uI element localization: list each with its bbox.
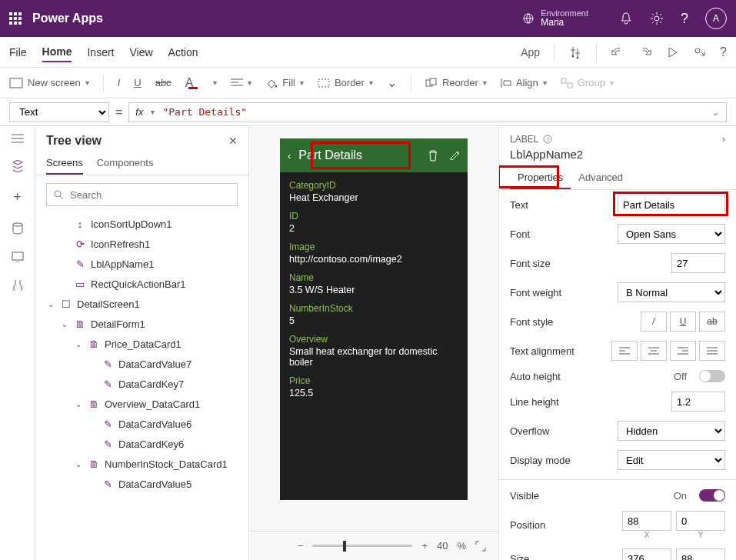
tree-node[interactable]: ✎DataCardKey7 xyxy=(40,374,244,394)
tree-node[interactable]: ⌄☐DetailScreen1 xyxy=(40,294,244,314)
formula-input[interactable]: fx▾ "Part Details" ⌄ xyxy=(128,102,727,122)
globe-icon xyxy=(522,12,535,25)
play-icon[interactable] xyxy=(666,46,678,58)
prop-lineheight-input[interactable] xyxy=(671,392,725,412)
gear-icon[interactable] xyxy=(650,12,664,25)
data-icon[interactable] xyxy=(12,222,23,235)
redo-icon[interactable] xyxy=(638,45,652,59)
help-icon-2[interactable]: ? xyxy=(720,45,727,59)
edit-icon[interactable] xyxy=(449,149,460,160)
avatar[interactable]: A xyxy=(705,8,727,29)
prop-visible-value: On xyxy=(674,490,687,502)
hamburger-icon[interactable] xyxy=(12,134,24,143)
align-button[interactable]: ▾ xyxy=(231,78,251,88)
tools-icon[interactable] xyxy=(12,279,23,292)
close-icon[interactable]: ✕ xyxy=(228,135,238,147)
zoom-unit: % xyxy=(457,540,466,552)
strike-button[interactable]: abc xyxy=(155,77,172,88)
zoom-in-icon[interactable]: + xyxy=(421,540,428,552)
tree-icon[interactable] xyxy=(12,160,24,172)
svg-rect-9 xyxy=(430,78,436,85)
tree-node[interactable]: ▭RectQuickActionBar1 xyxy=(40,274,244,294)
prop-size-h[interactable] xyxy=(676,548,725,560)
fill-button[interactable]: Fill▾ xyxy=(265,77,304,88)
prop-lineheight-label: Line height xyxy=(510,396,664,408)
tree-node[interactable]: ✎DataCardValue7 xyxy=(40,354,244,374)
prop-visible-toggle[interactable] xyxy=(699,489,725,502)
property-selector[interactable]: Text xyxy=(9,102,109,122)
prop-overflow-select[interactable]: Hidden xyxy=(618,421,725,441)
prop-position-y[interactable] xyxy=(676,511,725,531)
tree-node[interactable]: ⌄🗎Overview_DataCard1 xyxy=(40,394,244,414)
prop-fontweight-select[interactable]: B Normal xyxy=(618,282,725,302)
svg-point-2 xyxy=(572,55,574,57)
tree-node[interactable]: ↕IconSortUpDown1 xyxy=(40,214,244,234)
bell-icon[interactable] xyxy=(619,12,633,25)
checker-icon[interactable] xyxy=(568,45,582,59)
help-icon[interactable]: ? xyxy=(681,11,688,27)
left-rail: + xyxy=(0,126,35,560)
align-center[interactable] xyxy=(641,341,667,361)
tab-screens[interactable]: Screens xyxy=(46,152,83,175)
environment-picker[interactable]: EnvironmentMaria xyxy=(522,8,588,28)
prop-text-input[interactable] xyxy=(618,195,725,215)
align-left[interactable] xyxy=(611,341,638,361)
tree-node[interactable]: ⟳IconRefresh1 xyxy=(40,234,244,254)
field-key: CategoryID xyxy=(289,180,458,191)
tree-node[interactable]: ✎DataCardValue6 xyxy=(40,414,244,434)
menu-view[interactable]: View xyxy=(129,43,152,62)
new-screen-button[interactable]: New screen▾ xyxy=(9,77,89,88)
svg-text:?: ? xyxy=(546,136,550,143)
align-group-button[interactable]: Align▾ xyxy=(501,77,547,88)
reorder-button[interactable]: Reorder▾ xyxy=(425,77,487,88)
zoom-out-icon[interactable]: − xyxy=(298,540,304,552)
prop-autoheight-toggle[interactable] xyxy=(699,370,725,382)
tab-properties[interactable]: Properties xyxy=(510,167,571,189)
menu-action[interactable]: Action xyxy=(168,43,198,62)
tab-advanced[interactable]: Advanced xyxy=(571,167,631,189)
prop-size-w[interactable] xyxy=(622,548,671,560)
align-justify[interactable] xyxy=(699,341,725,361)
style-strike[interactable]: ab xyxy=(699,312,725,332)
style-italic[interactable]: / xyxy=(641,312,667,332)
share-icon[interactable] xyxy=(692,45,706,59)
chevron-right-icon[interactable]: › xyxy=(722,134,725,145)
info-icon[interactable]: ? xyxy=(543,135,552,144)
menu-insert[interactable]: Insert xyxy=(87,43,114,62)
prop-position-x[interactable] xyxy=(622,511,671,531)
border-button[interactable]: Border▾ xyxy=(318,77,373,88)
trash-icon[interactable] xyxy=(428,149,438,162)
back-icon[interactable]: ‹ xyxy=(288,150,291,162)
group-button[interactable]: Group▾ xyxy=(561,77,614,88)
prop-fontstyle-label: Font style xyxy=(510,316,633,328)
add-icon[interactable]: + xyxy=(13,189,22,205)
tree-node[interactable]: ✎DataCardKey6 xyxy=(40,434,244,454)
prop-fontsize-input[interactable] xyxy=(671,253,725,273)
undo-icon[interactable] xyxy=(611,45,624,59)
tree-node[interactable]: ⌄🗎Price_DataCard1 xyxy=(40,334,244,354)
zoom-slider[interactable] xyxy=(312,545,412,547)
tree-node[interactable]: ⌄🗎NumberInStock_DataCard1 xyxy=(40,454,244,474)
underline-button[interactable]: U xyxy=(134,77,141,88)
fit-icon[interactable] xyxy=(475,541,486,552)
menu-file[interactable]: File xyxy=(9,43,27,62)
tree-node[interactable]: ✎LblAppName1 xyxy=(40,254,244,274)
media-icon[interactable] xyxy=(12,252,24,262)
expand-formula-icon[interactable]: ⌄ xyxy=(711,106,720,118)
preview-body: CategoryIDHeat ExchangerID2Imagehttp://c… xyxy=(280,172,468,414)
menu-app[interactable]: App xyxy=(521,46,540,58)
menu-home[interactable]: Home xyxy=(42,42,72,62)
italic-button[interactable]: I xyxy=(118,77,121,88)
tree-node[interactable]: ✎DataCardValue5 xyxy=(40,474,244,494)
preview-phone[interactable]: ‹ Part Details CategoryIDHeat ExchangerI… xyxy=(280,138,468,500)
search-input[interactable] xyxy=(46,183,238,206)
tab-components[interactable]: Components xyxy=(97,152,154,175)
style-underline[interactable]: U xyxy=(670,312,696,332)
prop-display-select[interactable]: Edit xyxy=(618,450,725,470)
overflow-button[interactable]: ⌄ xyxy=(387,75,397,90)
align-right[interactable] xyxy=(670,341,696,361)
font-color-button[interactable]: A▾ xyxy=(185,76,218,90)
prop-font-select[interactable]: Open Sans xyxy=(618,224,725,244)
waffle-icon[interactable] xyxy=(9,12,22,25)
tree-node[interactable]: ⌄🗎DetailForm1 xyxy=(40,314,244,334)
